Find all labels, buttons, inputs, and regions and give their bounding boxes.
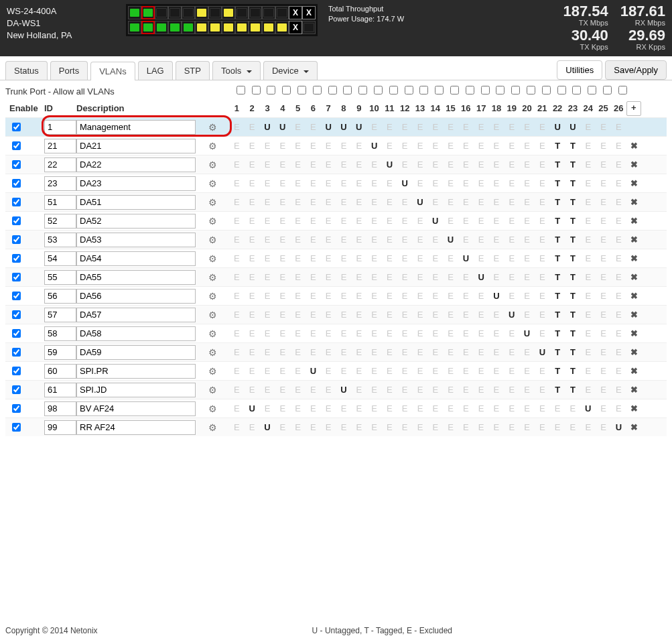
vlan-port-cell[interactable]: E <box>616 216 622 226</box>
vlan-port-cell[interactable]: E <box>432 422 438 432</box>
delete-vlan-button[interactable]: ✖ <box>630 253 638 263</box>
vlan-port-cell[interactable]: E <box>448 272 454 282</box>
vlan-port-cell[interactable]: E <box>539 122 545 132</box>
vlan-enable-checkbox[interactable] <box>12 123 21 131</box>
trunk-port-checkbox[interactable] <box>496 86 505 94</box>
vlan-port-cell[interactable]: E <box>265 347 271 357</box>
vlan-port-cell[interactable]: E <box>295 328 301 338</box>
vlan-port-cell[interactable]: E <box>326 310 332 320</box>
vlan-port-cell[interactable]: E <box>494 310 500 320</box>
vlan-port-cell[interactable]: E <box>265 328 271 338</box>
vlan-port-cell[interactable]: E <box>356 310 362 320</box>
vlan-port-cell[interactable]: E <box>463 385 469 395</box>
port-led[interactable] <box>235 6 249 19</box>
vlan-port-cell[interactable]: E <box>402 422 408 432</box>
vlan-port-cell[interactable]: E <box>371 347 377 357</box>
vlan-port-cell[interactable]: E <box>509 347 515 357</box>
vlan-port-cell[interactable]: E <box>341 366 347 376</box>
vlan-port-cell[interactable]: E <box>478 197 484 207</box>
vlan-port-cell[interactable]: E <box>371 422 377 432</box>
vlan-port-cell[interactable]: U <box>264 122 270 132</box>
vlan-port-cell[interactable]: E <box>295 141 301 151</box>
vlan-port-cell[interactable]: T <box>555 272 560 282</box>
trunk-port-checkbox[interactable] <box>618 86 627 94</box>
vlan-port-cell[interactable]: E <box>356 253 362 263</box>
vlan-port-cell[interactable]: E <box>326 235 332 245</box>
vlan-port-cell[interactable]: E <box>234 197 240 207</box>
vlan-port-cell[interactable]: E <box>417 272 423 282</box>
vlan-port-cell[interactable]: T <box>555 141 560 151</box>
vlan-port-cell[interactable]: E <box>402 122 408 132</box>
vlan-port-cell[interactable]: E <box>509 253 515 263</box>
gear-icon[interactable]: ⚙ <box>208 272 217 283</box>
vlan-id-input[interactable] <box>44 251 76 266</box>
vlan-port-cell[interactable]: U <box>509 310 515 320</box>
vlan-port-cell[interactable]: E <box>417 235 423 245</box>
vlan-port-cell[interactable]: E <box>402 141 408 151</box>
vlan-port-cell[interactable]: E <box>356 235 362 245</box>
gear-icon[interactable]: ⚙ <box>208 178 217 189</box>
delete-vlan-button[interactable]: ✖ <box>630 328 638 338</box>
vlan-enable-checkbox[interactable] <box>12 329 21 338</box>
vlan-port-cell[interactable]: E <box>402 253 408 263</box>
vlan-desc-input[interactable] <box>76 364 196 379</box>
vlan-port-cell[interactable]: E <box>371 310 377 320</box>
port-led[interactable] <box>195 21 208 34</box>
vlan-port-cell[interactable]: E <box>539 272 545 282</box>
vlan-port-cell[interactable]: E <box>463 328 469 338</box>
port-led[interactable] <box>208 21 222 34</box>
vlan-port-cell[interactable]: E <box>478 141 484 151</box>
vlan-port-cell[interactable]: E <box>524 403 530 413</box>
vlan-desc-input[interactable] <box>76 139 196 153</box>
vlan-desc-input[interactable] <box>76 214 196 229</box>
vlan-port-cell[interactable]: E <box>616 253 622 263</box>
vlan-port-cell[interactable]: E <box>524 422 530 432</box>
vlan-port-cell[interactable]: E <box>616 328 622 338</box>
vlan-port-cell[interactable]: E <box>371 160 377 170</box>
port-led[interactable] <box>208 6 222 19</box>
vlan-port-cell[interactable]: E <box>356 197 362 207</box>
delete-vlan-button[interactable]: ✖ <box>630 216 638 226</box>
vlan-port-cell[interactable]: T <box>570 235 576 245</box>
vlan-enable-checkbox[interactable] <box>12 273 21 281</box>
vlan-port-cell[interactable]: U <box>493 291 499 301</box>
vlan-port-cell[interactable]: E <box>371 403 377 413</box>
port-led[interactable] <box>302 21 316 34</box>
vlan-port-cell[interactable]: E <box>310 385 316 395</box>
vlan-port-cell[interactable]: E <box>509 178 515 188</box>
vlan-port-cell[interactable]: E <box>478 291 484 301</box>
vlan-port-cell[interactable]: E <box>448 253 454 263</box>
vlan-port-cell[interactable]: E <box>524 235 530 245</box>
vlan-port-cell[interactable]: T <box>570 385 576 395</box>
vlan-port-cell[interactable]: E <box>600 422 606 432</box>
vlan-port-cell[interactable]: E <box>494 122 500 132</box>
vlan-port-cell[interactable]: E <box>539 141 545 151</box>
vlan-port-cell[interactable]: E <box>265 141 271 151</box>
vlan-id-input[interactable] <box>44 233 76 247</box>
vlan-port-cell[interactable]: E <box>387 328 393 338</box>
vlan-port-cell[interactable]: E <box>341 178 347 188</box>
vlan-port-cell[interactable]: E <box>402 160 408 170</box>
vlan-id-input[interactable] <box>44 176 76 191</box>
vlan-port-cell[interactable]: E <box>448 178 454 188</box>
vlan-port-cell[interactable]: U <box>417 197 423 207</box>
vlan-port-cell[interactable]: E <box>585 291 591 301</box>
vlan-port-cell[interactable]: E <box>448 385 454 395</box>
vlan-port-cell[interactable]: E <box>432 310 438 320</box>
vlan-port-cell[interactable]: E <box>478 310 484 320</box>
gear-icon[interactable]: ⚙ <box>208 216 217 227</box>
vlan-port-cell[interactable]: E <box>387 385 393 395</box>
vlan-port-cell[interactable]: E <box>341 310 347 320</box>
vlan-port-cell[interactable]: E <box>432 197 438 207</box>
vlan-port-cell[interactable]: E <box>509 403 515 413</box>
vlan-port-cell[interactable]: E <box>341 272 347 282</box>
vlan-port-cell[interactable]: E <box>356 328 362 338</box>
vlan-port-cell[interactable]: T <box>570 160 576 170</box>
vlan-port-cell[interactable]: E <box>265 178 271 188</box>
vlan-port-cell[interactable]: U <box>340 122 346 132</box>
vlan-port-cell[interactable]: E <box>295 385 301 395</box>
vlan-id-input[interactable] <box>44 308 76 322</box>
vlan-port-cell[interactable]: E <box>295 253 301 263</box>
vlan-id-input[interactable] <box>44 326 76 341</box>
vlan-port-cell[interactable]: E <box>249 197 255 207</box>
